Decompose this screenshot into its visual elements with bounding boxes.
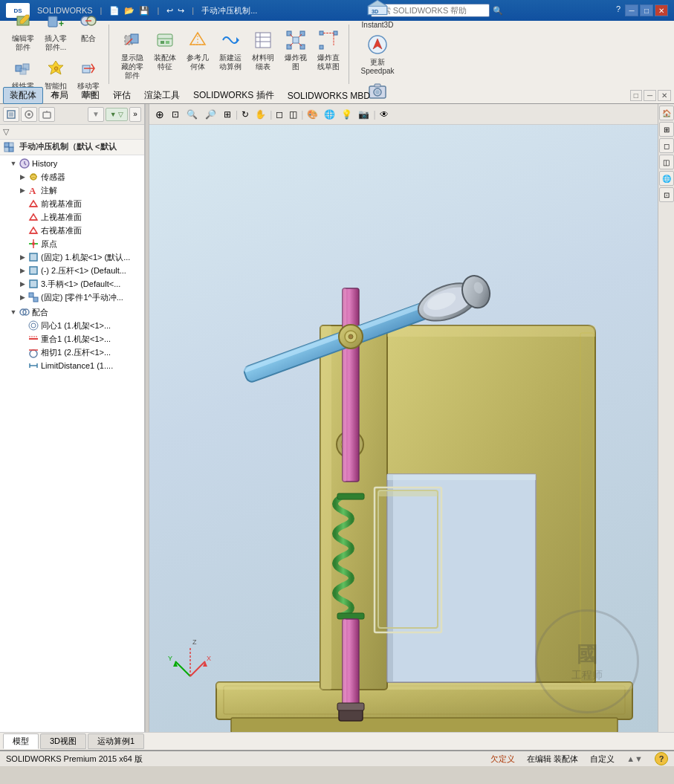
- feat-btn-display[interactable]: [39, 107, 55, 122]
- feature-tree[interactable]: ▼ History ▶ 传感器 ▶ A: [0, 155, 144, 732]
- view-apperance-btn[interactable]: 🎨: [305, 108, 320, 120]
- assy-feature-btn[interactable]: 装配体特征: [149, 27, 181, 82]
- tab-model[interactable]: 模型: [3, 733, 39, 749]
- maximize-btn[interactable]: □: [640, 4, 653, 16]
- view-hide-show-btn[interactable]: 👁: [377, 108, 391, 120]
- tree-root-label: 手动冲压机制（默认 <默认: [19, 142, 116, 151]
- help-icon[interactable]: ?: [655, 752, 668, 765]
- save-btn[interactable]: 💾: [139, 6, 149, 16]
- window-controls-restore[interactable]: □: [630, 90, 642, 101]
- view-zoom-area-btn[interactable]: ⊞: [221, 108, 234, 121]
- menubar-evaluate[interactable]: 评估: [107, 88, 137, 103]
- view-zoom-fit-btn[interactable]: ⊡: [169, 108, 182, 121]
- help-btn[interactable]: ?: [616, 4, 620, 16]
- feat-btn-config[interactable]: [21, 107, 37, 122]
- rs-home-btn[interactable]: 🏠: [659, 106, 674, 120]
- minimize-btn[interactable]: ─: [625, 4, 638, 16]
- search-btn[interactable]: 🔍: [493, 6, 503, 16]
- insert-parts-btn[interactable]: + 插入零部件...: [40, 7, 71, 54]
- tree-item-right-plane[interactable]: 右视基准面: [0, 224, 144, 237]
- view-zoom-in-btn[interactable]: 🔍: [184, 108, 201, 121]
- rs-globe-btn[interactable]: 🌐: [659, 171, 674, 186]
- speedpak-btn[interactable]: 更新Speedpak: [357, 31, 398, 77]
- menubar-render[interactable]: 渲染工具: [138, 88, 186, 103]
- tab-motion1[interactable]: 运动算例1: [88, 733, 144, 749]
- tree-item-annotation[interactable]: ▶ A 注解: [0, 184, 144, 197]
- filter-btn[interactable]: ▼ ▽: [106, 108, 128, 121]
- menubar-layout[interactable]: 布局: [45, 88, 74, 103]
- view-scene-btn[interactable]: 🌐: [322, 108, 337, 120]
- svg-rect-2: [48, 16, 57, 27]
- tree-item-front-plane[interactable]: 前视基准面: [0, 197, 144, 210]
- tree-item-subasm[interactable]: ▶ (固定) [零件1^手动冲...: [0, 291, 144, 304]
- feat-btn-filter[interactable]: ▼: [88, 107, 104, 122]
- explode-line-btn[interactable]: 爆炸直线草图: [313, 27, 344, 82]
- show-hidden-btn[interactable]: 显示隐藏的零部件: [117, 27, 148, 82]
- expand-annotation[interactable]: ▶: [18, 186, 27, 195]
- expand-subasm[interactable]: ▶: [18, 293, 27, 302]
- rs-view1-btn[interactable]: ◻: [659, 138, 674, 153]
- expand-mates[interactable]: ▼: [9, 308, 18, 317]
- instant3d-label: Instant3D: [362, 21, 394, 30]
- tree-root-item[interactable]: 手动冲压机制（默认 <默认: [0, 140, 144, 155]
- svg-marker-64: [30, 214, 37, 220]
- new-motion-btn[interactable]: 新建运动算例: [215, 27, 246, 82]
- tree-item-tangent1[interactable]: 相切1 (2.压杆<1>...: [0, 346, 144, 359]
- mate-btn[interactable]: 配合: [73, 7, 104, 54]
- close-btn[interactable]: ✕: [655, 4, 668, 16]
- tab-3dview[interactable]: 3D视图: [40, 733, 86, 749]
- tree-item-history[interactable]: ▼ History: [0, 157, 144, 170]
- tree-item-handle[interactable]: ▶ 3.手柄<1> (Default<...: [0, 277, 144, 291]
- new-file-btn[interactable]: 📄: [109, 6, 120, 16]
- tree-item-limitdist1[interactable]: LimitDistance1 (1....: [0, 359, 144, 372]
- limitdist1-label: LimitDistance1 (1....: [41, 361, 113, 370]
- bom-btn[interactable]: 材料明细表: [247, 27, 279, 82]
- instant3d-btn[interactable]: 3D Instant3D: [357, 0, 398, 31]
- tree-item-sensor[interactable]: ▶ 传感器: [0, 170, 144, 184]
- expand-frame[interactable]: ▶: [18, 253, 27, 262]
- view-zoom-out-btn[interactable]: 🔎: [202, 108, 219, 121]
- expand-history[interactable]: ▼: [9, 159, 18, 168]
- menubar-sw-plugins[interactable]: SOLIDWORKS 插件: [187, 88, 280, 103]
- rs-view2-btn[interactable]: ◫: [659, 155, 674, 169]
- tree-item-mates[interactable]: ▼ 配合: [0, 305, 144, 319]
- window-controls-close2[interactable]: ✕: [658, 90, 671, 101]
- history-label: History: [32, 159, 57, 168]
- edit-parts-btn[interactable]: 编辑零部件: [7, 7, 39, 54]
- show-hidden-icon: [120, 28, 144, 52]
- tree-item-concentric1[interactable]: 同心1 (1.机架<1>...: [0, 319, 144, 332]
- feat-expand-btn[interactable]: »: [129, 107, 141, 122]
- svg-rect-95: [387, 474, 536, 682]
- expand-sensor[interactable]: ▶: [18, 172, 27, 181]
- undo-btn[interactable]: ↩: [166, 6, 173, 16]
- rs-orient-btn[interactable]: ⊞: [659, 122, 674, 137]
- svg-rect-104: [337, 613, 364, 619]
- window-controls-min2[interactable]: ─: [644, 90, 656, 101]
- open-file-btn[interactable]: 📂: [124, 6, 135, 16]
- view-pan-btn[interactable]: ✋: [253, 108, 268, 120]
- redo-btn[interactable]: ↪: [178, 6, 184, 16]
- menubar-sketch[interactable]: 草图: [76, 88, 106, 103]
- 3d-viewport[interactable]: X Y Z 國 工程师: [149, 125, 658, 732]
- explode-btn[interactable]: 爆炸视图: [280, 27, 311, 82]
- view-rotate-btn[interactable]: ↻: [239, 108, 251, 120]
- watermark-char2: 工程师: [571, 669, 603, 682]
- menubar-assembly[interactable]: 装配体: [3, 87, 43, 104]
- tree-item-top-plane[interactable]: 上视基准面: [0, 210, 144, 224]
- tree-item-press[interactable]: ▶ (-) 2.压杆<1> (Default...: [0, 264, 144, 277]
- view-camera-btn[interactable]: 📷: [356, 108, 372, 120]
- expand-handle[interactable]: ▶: [18, 279, 27, 288]
- tree-item-frame[interactable]: ▶ (固定) 1.机架<1> (默认...: [0, 250, 144, 264]
- view-orient-btn[interactable]: ⊕: [152, 107, 167, 122]
- view-section-btn[interactable]: ◫: [287, 108, 299, 120]
- view-display-style-btn[interactable]: ◻: [273, 108, 285, 120]
- rs-view3-btn[interactable]: ⊡: [659, 187, 674, 202]
- tree-item-origin[interactable]: 原点: [0, 237, 144, 250]
- tree-item-coincident1[interactable]: 重合1 (1.机架<1>...: [0, 332, 144, 346]
- ref-geom-btn[interactable]: 参考几何体: [182, 27, 213, 82]
- feat-btn-props[interactable]: [3, 107, 19, 122]
- watermark-char1: 國: [577, 641, 597, 669]
- menubar-sw-mbd[interactable]: SOLIDWORKS MBD: [282, 89, 376, 103]
- view-lights-btn[interactable]: 💡: [339, 108, 354, 120]
- expand-press[interactable]: ▶: [18, 266, 27, 275]
